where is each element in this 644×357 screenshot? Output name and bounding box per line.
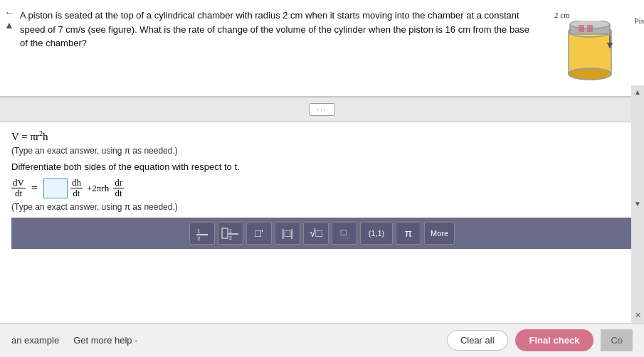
work-section: V = πr2h (Type an exact answer, using π … [0, 122, 644, 323]
svg-rect-6 [587, 25, 593, 32]
hint-text-2: (Type an exact answer, using π as needed… [11, 202, 633, 212]
differentiate-label: Differentiate both sides of the equation… [11, 161, 633, 172]
formula-text: V = πr2h [11, 129, 48, 143]
dv-dt-fraction: dV dt [11, 178, 26, 199]
subscript-button[interactable]: □. [332, 222, 357, 245]
power-button[interactable]: □' [246, 222, 272, 245]
ordered-pair-button[interactable]: (1,1) [360, 222, 393, 245]
mixed-fraction-icon: 1 2 [221, 225, 241, 241]
fraction-icon: 1 2 [194, 225, 210, 241]
cylinder-diagram: 2 cm Piston [533, 9, 633, 87]
label-2cm: 2 cm [554, 11, 570, 19]
back-arrow[interactable]: ← [4, 7, 14, 18]
clear-all-button[interactable]: Clear all [447, 330, 508, 351]
up-arrow[interactable]: ▲ [4, 20, 14, 31]
sqrt-icon: √□ [310, 227, 322, 239]
subscript-icon: □. [341, 227, 348, 240]
svg-rect-11 [222, 228, 228, 238]
problem-text: A piston is seated at the top of a cylin… [20, 9, 533, 87]
dr-denominator: dt [114, 188, 124, 198]
sqrt-button[interactable]: √□ [303, 222, 329, 245]
pi-icon: π [405, 227, 412, 239]
example-prefix: an example [11, 335, 59, 346]
more-label: More [431, 229, 448, 238]
pi-button[interactable]: π [396, 222, 421, 245]
dr-dt-fraction: dr dt [113, 178, 124, 199]
bottom-bar: an example Get more help - Clear all Fin… [0, 323, 644, 357]
plus-2pirh: +2πrh [87, 183, 109, 194]
dh-dt-fraction: dh dt [70, 178, 83, 199]
get-more-help-link[interactable]: Get more help - [73, 335, 137, 346]
abs-icon: |□| [282, 228, 293, 239]
scroll-down-arrow[interactable]: ▼ [634, 200, 641, 208]
scrollbar[interactable]: ▲ ▼ ✕ [631, 85, 644, 323]
math-toolbar: 1 2 1 2 □' |□| √□ □. [11, 218, 633, 249]
dv-denominator: dt [14, 188, 23, 198]
dh-numerator: dh [70, 178, 83, 188]
equation-row: dV dt = dh dt +2πrh dr dt [11, 178, 633, 199]
more-button[interactable]: More [424, 222, 455, 245]
ordered-pair-icon: (1,1) [369, 229, 385, 238]
svg-text:1: 1 [229, 228, 232, 233]
svg-text:2: 2 [197, 235, 201, 241]
dh-denominator: dt [71, 188, 81, 198]
formula-line: V = πr2h [11, 129, 633, 143]
svg-rect-0 [569, 31, 611, 74]
abs-value-button[interactable]: |□| [275, 222, 300, 245]
hint-text-1: (Type an exact answer, using π as needed… [11, 146, 633, 156]
divider-area: ··· [0, 97, 644, 122]
scroll-up-arrow[interactable]: ▲ [634, 88, 641, 96]
power-icon: □' [255, 227, 263, 239]
dv-numerator: dV [11, 178, 26, 188]
svg-point-2 [569, 68, 611, 80]
label-piston: Piston [634, 16, 644, 25]
mixed-fraction-button[interactable]: 1 2 [218, 222, 243, 245]
continue-button[interactable]: Co [601, 329, 633, 351]
svg-text:1: 1 [197, 228, 201, 234]
fraction-button[interactable]: 1 2 [189, 222, 215, 245]
close-button[interactable]: ✕ [635, 311, 641, 320]
cylinder-svg [554, 21, 625, 85]
final-check-button[interactable]: Final check [515, 329, 594, 351]
bottom-right-actions: Clear all Final check Co [447, 329, 633, 351]
equals-sign: = [31, 182, 38, 195]
expand-button[interactable]: ··· [309, 103, 335, 116]
dr-numerator: dr [113, 178, 124, 188]
svg-text:2: 2 [229, 235, 232, 240]
coefficient-input[interactable] [43, 178, 68, 198]
svg-rect-5 [579, 25, 584, 32]
bottom-left-links: an example Get more help - [11, 335, 138, 346]
